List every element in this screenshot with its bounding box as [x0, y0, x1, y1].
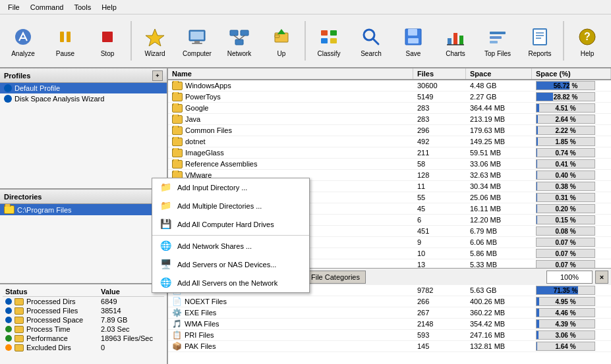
file-cell-space: 5.33 MB	[466, 260, 532, 268]
context-menu-item-add-all-servers[interactable]: 🌐 Add All Servers on the Network	[152, 274, 309, 292]
profile-label-wizard: Disk Space Analysis Wizard	[15, 95, 104, 103]
close-categories-button[interactable]: ×	[595, 271, 608, 284]
status-cell-label: Processed Dirs	[3, 297, 98, 306]
svg-rect-19	[330, 38, 337, 43]
file-name: ImageGlass	[185, 149, 224, 157]
toolbar-reports-button[interactable]: Reports	[519, 18, 560, 64]
toolbar-search-button[interactable]: Search	[351, 18, 392, 64]
toolbar-analyze-button[interactable]: Analyze	[3, 18, 44, 64]
header-files[interactable]: Files	[413, 68, 466, 79]
progress-bar-fill	[537, 93, 553, 101]
file-cell-pct: 0.07 %	[532, 237, 611, 247]
category-cell-name: ⚙️ EXE Files	[168, 307, 413, 318]
progress-bar: 0.15 %	[536, 215, 595, 224]
file-row[interactable]: Common Files 296 179.63 MB 2.22 %	[168, 125, 611, 136]
category-row[interactable]: 📋 PRI Files 593 247.16 MB 3.06 %	[168, 330, 611, 341]
toolbar-pause-button[interactable]: Pause	[45, 18, 86, 64]
profiles-add-icon[interactable]: +	[152, 70, 163, 81]
file-categories-button[interactable]: File Categories	[305, 271, 366, 284]
separator-2	[305, 21, 306, 61]
dir-item-program-files[interactable]: C:\Program Files	[0, 204, 167, 215]
classify-label: Classify	[317, 50, 340, 57]
context-menu-item-add-input[interactable]: 📁 Add Input Directory ...	[152, 178, 309, 197]
pause-icon	[53, 25, 77, 49]
toolbar-network-button[interactable]: Network	[219, 18, 260, 64]
toolbar-charts-button[interactable]: Charts	[435, 18, 476, 64]
toolbar-classify-button[interactable]: Classify	[308, 18, 349, 64]
file-row[interactable]: Reference Assemblies 58 33.06 MB 0.41 %	[168, 159, 611, 170]
toolbar-up-button[interactable]: Up	[261, 18, 302, 64]
menu-command[interactable]: Command	[25, 2, 69, 13]
progress-bar-text: 0.07 %	[555, 250, 575, 257]
percentage-display: 100%	[546, 271, 593, 284]
toolbar-computer-button[interactable]: Computer	[177, 18, 218, 64]
category-progress-text: 4.95 %	[555, 298, 575, 305]
header-space[interactable]: Space	[466, 68, 532, 79]
file-row[interactable]: WindowsApps 30600 4.48 GB 56.72 %	[168, 80, 611, 91]
svg-rect-7	[194, 41, 200, 43]
profiles-content: Default Profile Disk Space Analysis Wiza…	[0, 83, 167, 188]
file-row[interactable]: Google 283 364.44 MB 4.51 %	[168, 103, 611, 114]
category-name: NOEXT Files	[185, 298, 227, 305]
status-cell-label: Excluded Dirs	[3, 343, 98, 352]
category-row[interactable]: ⚙️ EXE Files 267 360.22 MB 4.46 %	[168, 307, 611, 319]
file-row[interactable]: Java 283 213.19 MB 2.64 %	[168, 114, 611, 125]
header-space-pct[interactable]: Space (%)	[532, 68, 611, 79]
file-row[interactable]: dotnet 492 149.25 MB 1.85 %	[168, 136, 611, 147]
context-menu-item-add-hard-drives[interactable]: 💾 Add All Computer Hard Drives	[152, 215, 309, 234]
svg-rect-2	[60, 32, 64, 42]
profile-item-wizard[interactable]: Disk Space Analysis Wizard	[0, 93, 167, 104]
file-row[interactable]: PowerToys 5149 2.27 GB 28.82 %	[168, 91, 611, 103]
file-folder-icon	[172, 104, 183, 113]
category-cell-name: 📦 PAK Files	[168, 341, 413, 351]
file-cell-files: 13	[413, 260, 466, 268]
progress-bar-fill	[537, 149, 537, 157]
context-menu-item-add-multiple[interactable]: 📁 Add Multiple Directories ...	[152, 197, 309, 215]
profiles-header: Profiles +	[0, 68, 167, 83]
topfiles-icon	[486, 25, 509, 49]
category-row[interactable]: 📄 NOEXT Files 266 400.26 MB 4.95 %	[168, 296, 611, 307]
menu-help[interactable]: Help	[96, 2, 122, 13]
status-row: Process Time 2.03 Sec	[3, 325, 164, 334]
profile-item-default[interactable]: Default Profile	[0, 83, 167, 93]
toolbar-help-button[interactable]: ? Help	[567, 18, 608, 64]
file-cell-name: Google	[168, 103, 413, 113]
toolbar-save-button[interactable]: Save	[393, 18, 434, 64]
progress-bar-fill	[537, 115, 538, 123]
toolbar-stop-button[interactable]: Stop	[87, 18, 128, 64]
category-row[interactable]: 📦 PAK Files 145 132.81 MB 1.64 %	[168, 341, 611, 352]
computer-label: Computer	[183, 50, 212, 57]
category-cell-pct: 4.39 %	[532, 319, 611, 329]
svg-text:?: ?	[584, 31, 591, 42]
menu-file[interactable]: File	[3, 2, 25, 13]
file-cell-space: 6.79 MB	[466, 226, 532, 236]
file-row[interactable]: ImageGlass 211 59.51 MB 0.74 %	[168, 147, 611, 159]
help-label: Help	[581, 50, 595, 57]
category-cell-space: 132.81 MB	[466, 342, 532, 351]
menu-tools[interactable]: Tools	[69, 2, 96, 13]
file-categories-list: 📄 DLL Files 9782 5.63 GB 71.35 % 📄 NOEXT…	[168, 285, 611, 364]
toolbar-wizard-button[interactable]: Wizard	[134, 18, 175, 64]
ctx-label-add-all-servers: Add All Servers on the Network	[177, 279, 277, 287]
toolbar: Analyze Pause Stop Wizard	[0, 14, 611, 68]
category-row[interactable]: 🎵 WMA Files 2148 354.42 MB 4.39 %	[168, 319, 611, 330]
toolbar-topfiles-button[interactable]: Top Files	[477, 18, 518, 64]
context-menu-item-add-network[interactable]: 🌐 Add Network Shares ...	[152, 237, 309, 255]
header-name[interactable]: Name	[168, 68, 413, 79]
file-cell-pct: 56.72 %	[532, 80, 611, 91]
file-cell-pct: 0.07 %	[532, 259, 611, 268]
file-cell-pct: 1.85 %	[532, 136, 611, 147]
category-cell-files: 266	[413, 297, 466, 306]
file-cell-pct: 0.41 %	[532, 159, 611, 169]
network-icon	[227, 25, 251, 49]
file-cell-files: 283	[413, 103, 466, 113]
analyze-label: Analyze	[11, 50, 35, 57]
status-cell-value: 18963 Files/Sec	[98, 334, 164, 343]
profile-label-default: Default Profile	[15, 84, 60, 92]
file-cell-space: 213.19 MB	[466, 115, 532, 124]
svg-rect-11	[235, 39, 243, 45]
file-cell-files: 10	[413, 249, 466, 258]
file-name: WindowsApps	[185, 82, 231, 90]
context-menu-item-add-servers[interactable]: 🖥️ Add Servers or NAS Devices...	[152, 255, 309, 274]
category-cell-name: 🎵 WMA Files	[168, 319, 413, 329]
